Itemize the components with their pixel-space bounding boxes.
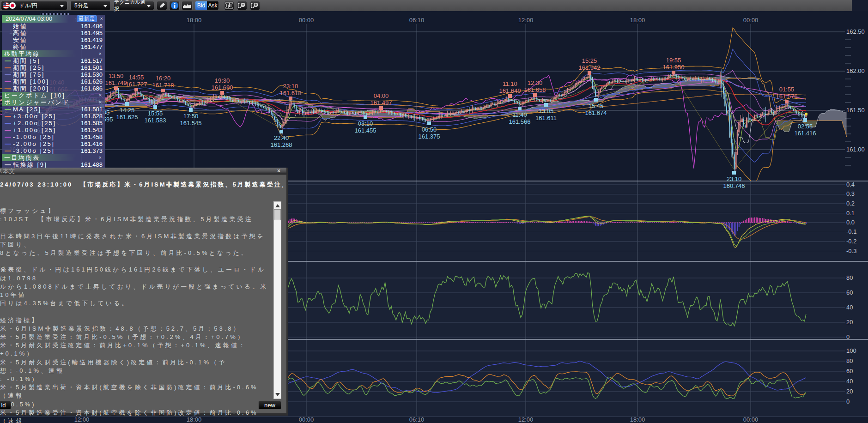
svg-text:00:00: 00:00: [743, 416, 759, 423]
svg-text:15:25: 15:25: [582, 57, 597, 64]
svg-text:161.674: 161.674: [585, 109, 607, 116]
svg-text:161.566: 161.566: [509, 118, 531, 125]
svg-text:161.749: 161.749: [105, 79, 127, 86]
svg-text:14:55: 14:55: [129, 74, 144, 81]
svg-text:03:10: 03:10: [358, 120, 373, 127]
svg-text:11:40: 11:40: [512, 111, 527, 118]
svg-text:12:00: 12:00: [518, 17, 534, 24]
svg-text:0.1: 0.1: [846, 210, 855, 217]
svg-text:161.658: 161.658: [524, 86, 546, 93]
svg-text:161.618: 161.618: [280, 90, 302, 97]
svg-text:23:10: 23:10: [727, 175, 742, 182]
svg-text:161.649: 161.649: [499, 87, 521, 94]
svg-text:0.2: 0.2: [846, 200, 855, 207]
svg-text:162.50: 162.50: [846, 28, 865, 35]
svg-text:0: 0: [846, 333, 850, 340]
svg-text:04:00: 04:00: [374, 92, 389, 99]
svg-text:-0.1: -0.1: [846, 228, 856, 235]
svg-text:161.268: 161.268: [271, 141, 292, 148]
svg-text:13:05: 13:05: [539, 108, 554, 115]
svg-text:11:10: 11:10: [503, 80, 517, 87]
svg-text:-0.3: -0.3: [846, 248, 856, 254]
svg-text:40: 40: [846, 304, 853, 311]
svg-text:20: 20: [846, 319, 853, 326]
svg-text:19:30: 19:30: [215, 77, 230, 84]
svg-text:161.455: 161.455: [355, 127, 376, 134]
svg-text:40: 40: [846, 378, 853, 385]
svg-text:161.950: 161.950: [663, 64, 685, 71]
svg-text:161.00: 161.00: [846, 146, 865, 153]
svg-text:14:25: 14:25: [120, 107, 135, 114]
svg-text:15:45: 15:45: [589, 103, 604, 109]
svg-text:18:00: 18:00: [630, 416, 645, 423]
svg-text:23:10: 23:10: [283, 83, 298, 90]
svg-text:0.0: 0.0: [846, 219, 855, 226]
svg-text:162.00: 162.00: [846, 67, 865, 74]
svg-text:06:10: 06:10: [409, 416, 425, 423]
svg-text:161.690: 161.690: [212, 84, 233, 91]
svg-text:12:00: 12:00: [518, 416, 534, 423]
svg-text:02:55: 02:55: [798, 123, 813, 130]
svg-text:161.625: 161.625: [116, 114, 138, 121]
svg-text:00:00: 00:00: [299, 416, 314, 423]
svg-text:13:50: 13:50: [109, 73, 124, 79]
svg-text:00:00: 00:00: [743, 17, 759, 24]
svg-text:160.746: 160.746: [723, 182, 745, 189]
svg-text:01:55: 01:55: [779, 86, 795, 93]
svg-text:161.545: 161.545: [180, 120, 202, 127]
svg-text:0.4: 0.4: [846, 181, 855, 188]
svg-text:19:55: 19:55: [666, 57, 681, 64]
svg-text:161.583: 161.583: [145, 117, 166, 124]
svg-text:161.718: 161.718: [152, 82, 174, 89]
svg-text:0.3: 0.3: [846, 190, 855, 197]
svg-text:161.375: 161.375: [419, 133, 440, 140]
svg-text:161.611: 161.611: [535, 115, 557, 121]
svg-text:80: 80: [846, 274, 853, 281]
svg-text:16:20: 16:20: [156, 75, 171, 82]
svg-text:06:10: 06:10: [409, 17, 425, 24]
svg-text:100: 100: [846, 347, 856, 354]
svg-text:20: 20: [846, 388, 853, 395]
svg-text:15:55: 15:55: [148, 110, 163, 117]
svg-text:161.942: 161.942: [579, 64, 601, 71]
svg-text:0: 0: [846, 398, 850, 405]
svg-text:00:00: 00:00: [299, 17, 314, 24]
svg-text:161.416: 161.416: [795, 130, 816, 137]
svg-text:161.497: 161.497: [370, 99, 392, 106]
svg-text:60: 60: [846, 368, 853, 375]
svg-text:-0.2: -0.2: [846, 238, 856, 245]
svg-text:161.50: 161.50: [846, 107, 865, 114]
svg-text:161.727: 161.727: [126, 81, 147, 88]
svg-text:17:50: 17:50: [183, 113, 199, 120]
svg-text:22:40: 22:40: [274, 134, 289, 141]
svg-text:80: 80: [846, 357, 853, 364]
svg-text:60: 60: [846, 289, 853, 296]
svg-text:161.576: 161.576: [776, 93, 798, 100]
svg-text:18:00: 18:00: [187, 17, 202, 24]
svg-text:12:30: 12:30: [528, 79, 543, 86]
svg-text:18:00: 18:00: [630, 17, 645, 24]
svg-text:06:50: 06:50: [422, 126, 437, 133]
